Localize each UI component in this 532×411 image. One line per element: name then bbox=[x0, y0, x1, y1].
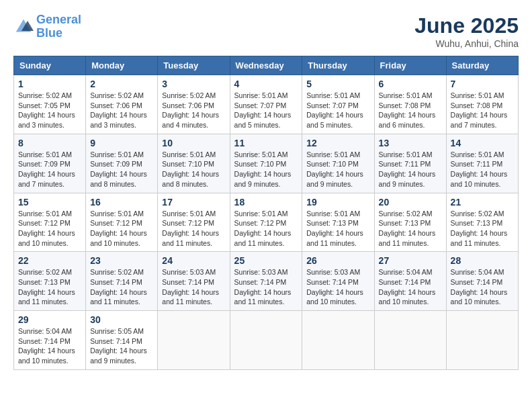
calendar-cell bbox=[158, 311, 230, 370]
logo-line1: General bbox=[36, 13, 81, 26]
calendar-cell: 22Sunrise: 5:02 AM Sunset: 7:13 PM Dayli… bbox=[14, 252, 86, 311]
calendar-cell: 10Sunrise: 5:01 AM Sunset: 7:10 PM Dayli… bbox=[158, 134, 230, 193]
calendar-cell bbox=[446, 311, 518, 370]
day-info: Sunrise: 5:02 AM Sunset: 7:13 PM Dayligh… bbox=[18, 267, 81, 307]
calendar-cell: 21Sunrise: 5:02 AM Sunset: 7:13 PM Dayli… bbox=[446, 193, 518, 252]
day-number: 2 bbox=[90, 79, 153, 89]
calendar-cell: 1Sunrise: 5:02 AM Sunset: 7:05 PM Daylig… bbox=[14, 75, 86, 134]
day-info: Sunrise: 5:01 AM Sunset: 7:12 PM Dayligh… bbox=[90, 209, 153, 248]
day-number: 12 bbox=[306, 138, 369, 148]
calendar-cell: 13Sunrise: 5:01 AM Sunset: 7:11 PM Dayli… bbox=[374, 134, 446, 193]
day-info: Sunrise: 5:03 AM Sunset: 7:14 PM Dayligh… bbox=[162, 267, 225, 307]
calendar-header-tuesday: Tuesday bbox=[158, 56, 230, 75]
day-number: 22 bbox=[18, 255, 81, 266]
day-number: 18 bbox=[234, 197, 298, 208]
day-number: 26 bbox=[306, 255, 369, 266]
calendar-cell: 11Sunrise: 5:01 AM Sunset: 7:10 PM Dayli… bbox=[230, 134, 302, 193]
day-number: 6 bbox=[379, 79, 442, 89]
day-info: Sunrise: 5:03 AM Sunset: 7:14 PM Dayligh… bbox=[234, 267, 298, 307]
calendar-cell: 26Sunrise: 5:03 AM Sunset: 7:14 PM Dayli… bbox=[302, 252, 374, 311]
day-info: Sunrise: 5:01 AM Sunset: 7:09 PM Dayligh… bbox=[90, 150, 153, 189]
month-year: June 2025 bbox=[414, 13, 519, 38]
day-info: Sunrise: 5:01 AM Sunset: 7:12 PM Dayligh… bbox=[162, 209, 225, 248]
day-number: 21 bbox=[451, 197, 514, 208]
day-info: Sunrise: 5:02 AM Sunset: 7:13 PM Dayligh… bbox=[379, 209, 442, 248]
calendar-cell: 17Sunrise: 5:01 AM Sunset: 7:12 PM Dayli… bbox=[158, 193, 230, 252]
calendar-week-row: 22Sunrise: 5:02 AM Sunset: 7:13 PM Dayli… bbox=[14, 252, 519, 311]
day-info: Sunrise: 5:02 AM Sunset: 7:06 PM Dayligh… bbox=[90, 91, 153, 130]
calendar-cell: 12Sunrise: 5:01 AM Sunset: 7:10 PM Dayli… bbox=[302, 134, 374, 193]
calendar-cell: 30Sunrise: 5:05 AM Sunset: 7:14 PM Dayli… bbox=[86, 311, 158, 370]
day-info: Sunrise: 5:02 AM Sunset: 7:06 PM Dayligh… bbox=[162, 91, 225, 130]
calendar-cell: 6Sunrise: 5:01 AM Sunset: 7:08 PM Daylig… bbox=[374, 75, 446, 134]
day-number: 27 bbox=[379, 255, 442, 266]
day-info: Sunrise: 5:01 AM Sunset: 7:08 PM Dayligh… bbox=[379, 91, 442, 130]
day-info: Sunrise: 5:04 AM Sunset: 7:14 PM Dayligh… bbox=[379, 267, 442, 307]
calendar-cell bbox=[374, 311, 446, 370]
calendar-cell: 15Sunrise: 5:01 AM Sunset: 7:12 PM Dayli… bbox=[14, 193, 86, 252]
calendar-cell bbox=[230, 311, 302, 370]
day-info: Sunrise: 5:03 AM Sunset: 7:14 PM Dayligh… bbox=[306, 267, 369, 307]
day-number: 15 bbox=[18, 197, 81, 208]
day-number: 1 bbox=[18, 79, 81, 89]
logo-line2: Blue bbox=[36, 26, 62, 40]
day-number: 17 bbox=[162, 197, 225, 208]
day-number: 10 bbox=[162, 138, 225, 148]
calendar-cell: 23Sunrise: 5:02 AM Sunset: 7:14 PM Dayli… bbox=[86, 252, 158, 311]
day-number: 9 bbox=[90, 138, 153, 148]
calendar-cell bbox=[302, 311, 374, 370]
calendar-cell: 9Sunrise: 5:01 AM Sunset: 7:09 PM Daylig… bbox=[86, 134, 158, 193]
calendar-week-row: 8Sunrise: 5:01 AM Sunset: 7:09 PM Daylig… bbox=[14, 134, 519, 193]
calendar-cell: 14Sunrise: 5:01 AM Sunset: 7:11 PM Dayli… bbox=[446, 134, 518, 193]
day-info: Sunrise: 5:01 AM Sunset: 7:10 PM Dayligh… bbox=[162, 150, 225, 189]
day-info: Sunrise: 5:05 AM Sunset: 7:14 PM Dayligh… bbox=[90, 326, 153, 366]
calendar-header-row: SundayMondayTuesdayWednesdayThursdayFrid… bbox=[14, 56, 519, 75]
calendar-cell: 24Sunrise: 5:03 AM Sunset: 7:14 PM Dayli… bbox=[158, 252, 230, 311]
calendar-cell: 3Sunrise: 5:02 AM Sunset: 7:06 PM Daylig… bbox=[158, 75, 230, 134]
calendar-cell: 16Sunrise: 5:01 AM Sunset: 7:12 PM Dayli… bbox=[86, 193, 158, 252]
calendar-week-row: 29Sunrise: 5:04 AM Sunset: 7:14 PM Dayli… bbox=[14, 311, 519, 370]
title-area: June 2025 Wuhu, Anhui, China bbox=[414, 13, 519, 49]
day-info: Sunrise: 5:02 AM Sunset: 7:13 PM Dayligh… bbox=[451, 209, 514, 248]
calendar-table: SundayMondayTuesdayWednesdayThursdayFrid… bbox=[13, 56, 519, 370]
calendar-cell: 29Sunrise: 5:04 AM Sunset: 7:14 PM Dayli… bbox=[14, 311, 86, 370]
day-info: Sunrise: 5:02 AM Sunset: 7:14 PM Dayligh… bbox=[90, 267, 153, 307]
day-number: 5 bbox=[306, 79, 369, 89]
logo: General Blue bbox=[13, 13, 81, 40]
header: General Blue June 2025 Wuhu, Anhui, Chin… bbox=[13, 13, 519, 49]
calendar-header-saturday: Saturday bbox=[446, 56, 518, 75]
day-number: 14 bbox=[451, 138, 514, 148]
calendar-header-monday: Monday bbox=[86, 56, 158, 75]
day-info: Sunrise: 5:01 AM Sunset: 7:11 PM Dayligh… bbox=[379, 150, 442, 189]
day-number: 28 bbox=[451, 255, 514, 266]
day-info: Sunrise: 5:01 AM Sunset: 7:10 PM Dayligh… bbox=[234, 150, 298, 189]
logo-text: General Blue bbox=[36, 13, 81, 40]
calendar-cell: 25Sunrise: 5:03 AM Sunset: 7:14 PM Dayli… bbox=[230, 252, 302, 311]
calendar-cell: 19Sunrise: 5:01 AM Sunset: 7:13 PM Dayli… bbox=[302, 193, 374, 252]
day-info: Sunrise: 5:02 AM Sunset: 7:05 PM Dayligh… bbox=[18, 91, 81, 130]
day-number: 23 bbox=[90, 255, 153, 266]
calendar-week-row: 1Sunrise: 5:02 AM Sunset: 7:05 PM Daylig… bbox=[14, 75, 519, 134]
day-info: Sunrise: 5:04 AM Sunset: 7:14 PM Dayligh… bbox=[18, 326, 81, 366]
calendar-week-row: 15Sunrise: 5:01 AM Sunset: 7:12 PM Dayli… bbox=[14, 193, 519, 252]
day-number: 8 bbox=[18, 138, 81, 148]
day-number: 4 bbox=[234, 79, 298, 89]
day-info: Sunrise: 5:01 AM Sunset: 7:07 PM Dayligh… bbox=[306, 91, 369, 130]
day-number: 11 bbox=[234, 138, 298, 148]
calendar-cell: 20Sunrise: 5:02 AM Sunset: 7:13 PM Dayli… bbox=[374, 193, 446, 252]
calendar-header-thursday: Thursday bbox=[302, 56, 374, 75]
calendar-cell: 8Sunrise: 5:01 AM Sunset: 7:09 PM Daylig… bbox=[14, 134, 86, 193]
day-info: Sunrise: 5:04 AM Sunset: 7:14 PM Dayligh… bbox=[451, 267, 514, 307]
calendar-cell: 2Sunrise: 5:02 AM Sunset: 7:06 PM Daylig… bbox=[86, 75, 158, 134]
day-number: 16 bbox=[90, 197, 153, 208]
day-info: Sunrise: 5:01 AM Sunset: 7:10 PM Dayligh… bbox=[306, 150, 369, 189]
day-number: 30 bbox=[90, 314, 153, 325]
day-info: Sunrise: 5:01 AM Sunset: 7:11 PM Dayligh… bbox=[451, 150, 514, 189]
day-number: 19 bbox=[306, 197, 369, 208]
calendar-cell: 5Sunrise: 5:01 AM Sunset: 7:07 PM Daylig… bbox=[302, 75, 374, 134]
day-number: 20 bbox=[379, 197, 442, 208]
day-info: Sunrise: 5:01 AM Sunset: 7:09 PM Dayligh… bbox=[18, 150, 81, 189]
calendar-cell: 28Sunrise: 5:04 AM Sunset: 7:14 PM Dayli… bbox=[446, 252, 518, 311]
logo-icon bbox=[13, 17, 34, 37]
day-info: Sunrise: 5:01 AM Sunset: 7:08 PM Dayligh… bbox=[451, 91, 514, 130]
